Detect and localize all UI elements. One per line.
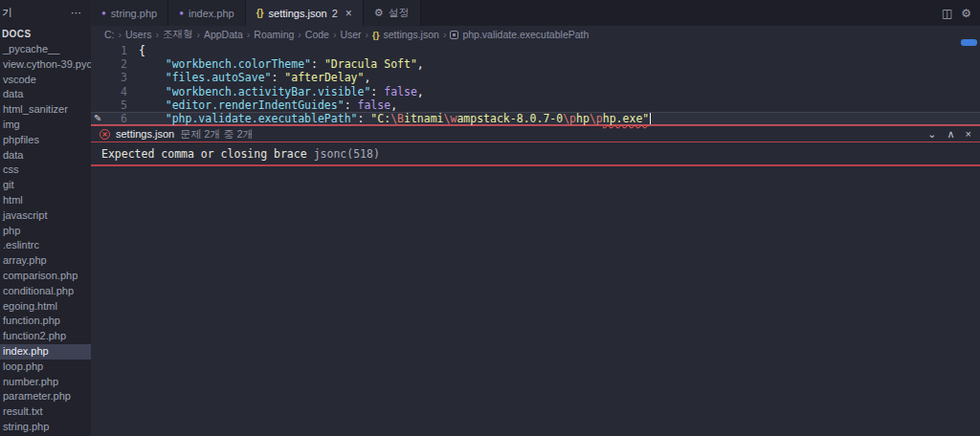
editor-group: ●string.php●index.php{}settings.json2×⚙설… <box>91 0 980 436</box>
explorer-header: 기 ⋯ <box>0 0 91 25</box>
problems-count: 문제 2개 중 2개 <box>180 127 253 142</box>
file-tree-item[interactable]: data <box>0 87 91 102</box>
tabs: ●string.php●index.php{}settings.json2×⚙설… <box>91 0 421 26</box>
code-text: { <box>127 44 145 57</box>
breadcrumb-item[interactable]: Users <box>125 29 151 40</box>
code-token: : <box>358 112 371 125</box>
code-line[interactable]: ✎6 "php.validate.executablePath": "C:\Bi… <box>91 112 980 125</box>
code-token: , <box>364 71 370 84</box>
breadcrumb-item[interactable]: User <box>340 29 361 40</box>
text-cursor <box>650 113 651 124</box>
code-line[interactable]: 1{ <box>91 44 980 57</box>
code-text: "workbench.colorTheme": "Dracula Soft", <box>127 57 424 71</box>
code-text: "php.validate.executablePath": "C:\Bitna… <box>127 112 651 125</box>
folder-section-header[interactable]: DOCS <box>0 25 91 42</box>
file-tree-item[interactable]: function.php <box>0 314 91 329</box>
breadcrumb-item[interactable]: settings.json <box>384 29 439 40</box>
code-lines: 1{2 "workbench.colorTheme": "Dracula Sof… <box>91 44 980 125</box>
error-icon: ✕ <box>100 129 110 140</box>
gear-icon[interactable]: ⚙ <box>961 7 971 20</box>
line-number: 3 <box>91 71 127 84</box>
more-actions-icon[interactable]: ⋯ <box>71 7 82 19</box>
tab-bar: ●string.php●index.php{}settings.json2×⚙설… <box>91 0 980 26</box>
breadcrumb-item[interactable]: 조재형 <box>163 28 193 41</box>
file-tree-item[interactable]: data <box>0 148 91 164</box>
pencil-icon[interactable]: ✎ <box>94 112 101 125</box>
line-number: 4 <box>91 85 127 98</box>
code-token: hp <box>576 112 590 125</box>
code-token: , <box>417 85 424 98</box>
chevron-up-icon[interactable]: ∧ <box>947 128 955 141</box>
file-tree-item[interactable]: result.txt <box>0 404 91 420</box>
file-tree-item[interactable]: comparison.php <box>0 269 91 284</box>
file-tree-item[interactable]: javascript <box>0 208 91 224</box>
editor-actions: ◫ ⚙ <box>933 0 980 26</box>
tab-settings.json[interactable]: {}settings.json2× <box>246 0 364 26</box>
file-tree-item[interactable]: .eslintrc <box>0 238 91 253</box>
code-line[interactable]: 4 "workbench.activityBar.visible": false… <box>91 85 980 98</box>
close-icon[interactable]: × <box>966 128 971 140</box>
breadcrumb-item[interactable]: C: <box>104 29 115 40</box>
file-tree-item[interactable]: index.php <box>0 344 91 360</box>
breadcrumb-separator: › <box>119 29 122 40</box>
tab-string.php[interactable]: ●string.php <box>91 0 168 26</box>
breadcrumb-item[interactable]: Code <box>305 29 329 40</box>
php-icon: ● <box>101 9 106 17</box>
line-number: 2 <box>91 57 127 71</box>
file-tree-item[interactable]: _pycache__ <box>0 42 91 57</box>
file-tree-item[interactable]: number.php <box>0 375 91 390</box>
breadcrumb-item[interactable]: php.validate.executablePath <box>462 29 589 40</box>
scrollbar-slider[interactable] <box>961 39 977 46</box>
breadcrumb-separator: › <box>366 29 369 40</box>
file-tree-item[interactable]: egoing.html <box>0 299 91 315</box>
file-tree-item[interactable]: phpfiles <box>0 133 91 148</box>
chevron-down-icon[interactable]: ⌄ <box>927 128 936 141</box>
code-line[interactable]: 5 "editor.renderIndentGuides": false, <box>91 98 980 112</box>
code-token <box>139 57 166 71</box>
code-line[interactable]: 3 "files.autoSave": "afterDelay", <box>91 71 980 84</box>
breadcrumb: C:›Users›조재형›AppData›Roaming›Code›User›{… <box>91 26 980 43</box>
problems-actions: ⌄ ∧ × <box>927 128 971 141</box>
file-tree-item[interactable]: array.php <box>0 253 91 269</box>
file-tree-item[interactable]: git <box>0 178 91 193</box>
file-tree-item[interactable]: conditional.php <box>0 284 91 299</box>
code-token: "C: <box>370 112 390 125</box>
file-tree-item[interactable]: vscode <box>0 73 91 88</box>
split-editor-icon[interactable]: ◫ <box>942 7 952 20</box>
file-tree-item[interactable]: loop.php <box>0 360 91 375</box>
file-tree-item[interactable]: css <box>0 163 91 178</box>
tab-index.php[interactable]: ●index.php <box>168 0 246 26</box>
json-icon: {} <box>256 8 264 18</box>
code-token: \w <box>444 112 457 125</box>
code-token: { <box>139 44 145 57</box>
file-tree-item[interactable]: php <box>0 224 91 239</box>
breadcrumb-item[interactable]: AppData <box>204 29 243 40</box>
file-tree-item[interactable]: string.php <box>0 420 91 435</box>
tab-problems-badge: 2 <box>332 8 338 19</box>
file-tree-item[interactable]: img <box>0 118 91 133</box>
file-tree-item[interactable]: function2.php <box>0 329 91 344</box>
code-line[interactable]: 2 "workbench.colorTheme": "Dracula Soft"… <box>91 57 980 71</box>
php-icon: ● <box>179 9 184 17</box>
code-token: \p <box>590 112 603 125</box>
file-tree-item[interactable]: parameter.php <box>0 389 91 404</box>
problems-peek-widget: ✕ settings.json 문제 2개 중 2개 ⌄ ∧ × Expecte… <box>91 124 980 436</box>
code-token: \p <box>563 112 576 125</box>
code-token <box>139 85 166 98</box>
code-token: "workbench.colorTheme" <box>166 57 311 71</box>
panel-empty-area <box>91 166 980 436</box>
code-token <box>139 112 166 125</box>
file-tree-item[interactable]: html <box>0 193 91 208</box>
close-icon[interactable]: × <box>345 7 352 20</box>
code-editor[interactable]: 1{2 "workbench.colorTheme": "Dracula Sof… <box>91 43 980 124</box>
tab-label: settings.json <box>269 8 327 19</box>
problem-entry[interactable]: Expected comma or closing brace jsonc(51… <box>91 142 980 166</box>
breadcrumb-separator: › <box>155 29 159 40</box>
file-tree-item[interactable]: html_sanitizer <box>0 102 91 118</box>
code-token: "editor.renderIndentGuides" <box>166 98 345 112</box>
breadcrumb-separator: › <box>247 29 251 40</box>
file-tree-item[interactable]: view.cython-39.pyc <box>0 57 91 73</box>
tab-설정[interactable]: ⚙설정 <box>364 0 421 26</box>
code-token: "Dracula Soft" <box>324 57 417 71</box>
breadcrumb-item[interactable]: Roaming <box>254 29 294 40</box>
